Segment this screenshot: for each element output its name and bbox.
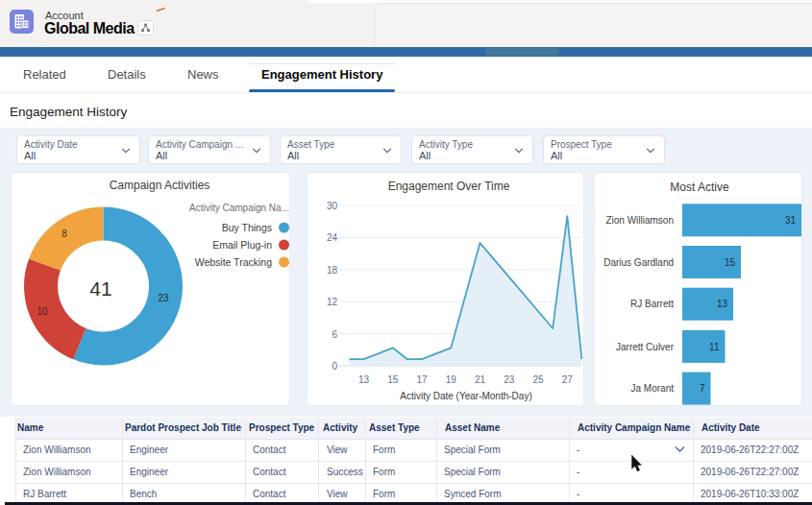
svg-text:18: 18 [327,265,338,276]
svg-text:Ja Morant: Ja Morant [631,383,675,394]
svg-text:19: 19 [446,374,457,385]
svg-text:15: 15 [387,374,399,385]
svg-text:13: 13 [358,374,370,385]
svg-text:Activity Campaign Na...: Activity Campaign Na... [189,203,289,213]
svg-text:10: 10 [37,306,48,317]
svg-text:17: 17 [416,374,428,385]
svg-text:Darius Gardland: Darius Gardland [603,257,674,268]
svg-text:30: 30 [327,201,338,211]
svg-text:23: 23 [504,374,515,385]
svg-text:15: 15 [725,257,736,268]
svg-text:6: 6 [332,329,337,340]
svg-text:Zion Williamson: Zion Williamson [605,215,674,226]
svg-text:24: 24 [327,232,338,243]
svg-text:Campaign Activities: Campaign Activities [110,179,210,192]
svg-text:8: 8 [62,228,67,239]
svg-text:Email Plug-in: Email Plug-in [212,239,272,251]
svg-text:Website Tracking: Website Tracking [195,256,272,268]
svg-text:7: 7 [700,383,705,394]
svg-text:25: 25 [532,374,544,385]
svg-text:27: 27 [562,374,574,385]
svg-text:Buy Things: Buy Things [222,222,272,233]
svg-text:23: 23 [158,293,169,303]
svg-text:21: 21 [475,374,486,385]
svg-text:41: 41 [89,277,111,300]
svg-text:Jarrett Culver: Jarrett Culver [616,342,675,352]
svg-text:11: 11 [709,342,720,352]
svg-text:31: 31 [785,215,797,226]
svg-text:Engagement Over Time: Engagement Over Time [388,180,510,193]
svg-text:12: 12 [327,297,338,307]
svg-text:13: 13 [717,299,728,309]
svg-text:0: 0 [332,361,337,372]
svg-text:RJ Barrett: RJ Barrett [630,299,674,309]
svg-text:Activity Date (Year-Month-Day): Activity Date (Year-Month-Day) [400,391,531,401]
svg-text:Most Active: Most Active [670,180,729,194]
